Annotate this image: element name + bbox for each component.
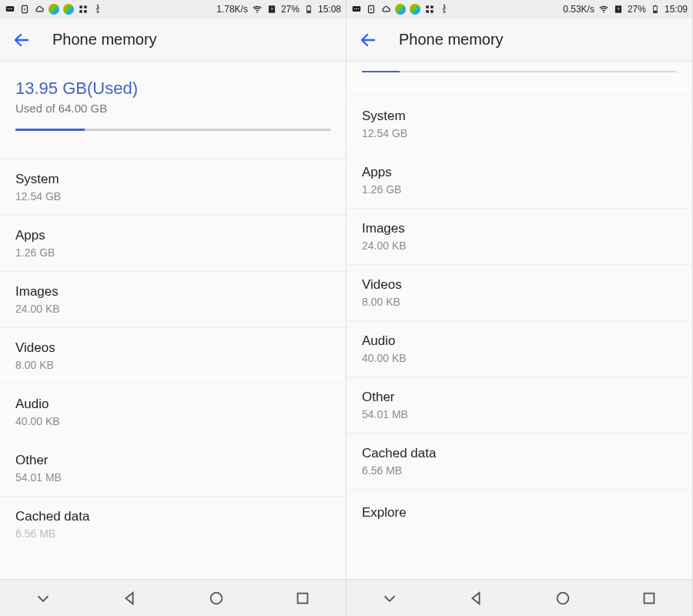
storage-item-system[interactable]: System 12.54 GB [346,95,692,152]
item-label: Apps [15,228,330,243]
item-size: 6.56 MB [362,464,677,477]
item-label: Cached data [362,446,677,461]
svg-point-21 [356,8,357,9]
storage-item-videos[interactable]: Videos 8.00 KB [0,327,346,383]
item-label: Apps [362,165,677,180]
nav-ime-button[interactable] [32,588,54,609]
storage-usage-summary: 13.95 GB(Used) Used of 64.00 GB [0,62,346,139]
sms-icon [5,4,15,15]
app2-icon [63,4,74,15]
storage-item-cached[interactable]: Cached data 6.56 MB [346,433,692,489]
storage-item-other[interactable]: Other 54.01 MB [0,440,346,496]
battery-icon [650,4,661,15]
item-size: 8.00 KB [15,359,330,371]
nav-bar [0,579,346,616]
storage-item-videos[interactable]: Videos 8.00 KB [346,264,692,320]
content-scroll[interactable]: System 12.54 GB Apps 1.26 GB Images 24.0… [346,62,692,579]
page-title: Phone memory [399,31,504,49]
nav-home-button[interactable] [206,588,227,609]
svg-rect-35 [654,11,657,12]
svg-rect-27 [426,10,429,13]
app-bar: Phone memory [346,18,692,62]
nav-back-button[interactable] [465,588,487,609]
storage-item-audio[interactable]: Audio 40.00 KB [346,320,692,377]
item-label: Images [15,284,330,300]
phone-left: ¥ 1.78K/s ? 27% 15:08 Phone memory 13.95… [0,0,346,616]
nav-home-button[interactable] [552,588,574,609]
item-size: 24.00 KB [362,239,677,252]
nav-ime-button[interactable] [379,588,400,609]
back-button[interactable] [12,31,31,49]
svg-point-22 [358,8,359,9]
content-scroll[interactable]: 13.95 GB(Used) Used of 64.00 GB System 1… [0,62,346,579]
svg-point-36 [557,592,568,604]
item-size: 54.01 MB [15,471,330,484]
nav-recents-button[interactable] [292,588,313,609]
clock: 15:09 [665,4,688,15]
storage-item-audio[interactable]: Audio 40.00 KB [0,383,346,440]
grid-icon [424,4,435,15]
svg-rect-16 [307,11,310,12]
item-label: Audio [362,333,677,349]
cloud-icon [380,4,391,15]
svg-point-1 [8,8,8,9]
item-label: Videos [362,277,677,293]
cloud-icon [34,4,45,15]
battery-pct: 27% [628,4,646,15]
svg-rect-9 [84,10,87,13]
storage-item-system[interactable]: System 12.54 GB [0,159,346,215]
item-size: 24.00 KB [15,303,330,315]
storage-item-apps[interactable]: Apps 1.26 GB [346,152,692,208]
item-label: Other [15,453,330,468]
svg-text:¥: ¥ [370,7,373,12]
svg-point-11 [256,12,258,13]
storage-item-cached[interactable]: Cached data 6.56 MB [0,496,346,540]
storage-item-images[interactable]: Images 24.00 KB [0,271,346,327]
storage-item-apps[interactable]: Apps 1.26 GB [0,215,346,271]
wifi-icon [252,4,263,15]
svg-rect-6 [79,5,82,8]
item-label: Cached data [15,509,330,524]
back-button[interactable] [359,31,377,49]
item-size: 8.00 KB [362,296,677,308]
app1-icon [395,4,406,15]
app2-icon [410,4,420,15]
storage-item-images[interactable]: Images 24.00 KB [346,208,692,264]
item-label: Images [362,221,677,236]
app-bar: Phone memory [0,18,346,62]
wifi-icon [598,4,609,15]
status-bar: ¥ 0.53K/s ? 27% 15:09 [346,0,692,18]
svg-rect-15 [308,5,310,6]
svg-rect-37 [644,593,654,603]
status-bar: ¥ 1.78K/s ? 27% 15:08 [0,0,346,18]
item-label: Explore [362,505,677,521]
svg-rect-26 [430,5,434,8]
nav-recents-button[interactable] [638,588,660,609]
item-size: 40.00 KB [362,352,677,364]
storage-total: Used of 64.00 GB [15,102,330,115]
svg-point-2 [9,8,10,9]
item-size: 12.54 GB [362,127,677,139]
clock: 15:08 [318,4,341,15]
svg-text:¥: ¥ [24,7,26,12]
svg-rect-34 [654,5,656,6]
storage-item-other[interactable]: Other 54.01 MB [346,377,692,433]
svg-rect-25 [426,5,429,8]
item-label: Videos [15,340,330,356]
item-size: 54.01 MB [362,408,677,420]
storage-progress [15,129,330,131]
svg-point-29 [444,5,445,6]
storage-used: 13.95 GB(Used) [15,79,330,99]
item-label: Audio [15,397,330,412]
storage-progress [362,71,677,72]
nav-back-button[interactable] [119,588,140,609]
page-title: Phone memory [52,31,157,49]
item-label: Other [362,390,677,405]
net-speed: 1.78K/s [216,4,248,15]
storage-item-explore[interactable]: Explore [346,489,692,536]
usb-icon [439,4,450,15]
item-size: 12.54 GB [15,190,330,203]
battery-icon [303,4,314,15]
item-size: 1.26 GB [15,246,330,259]
sim-icon: ? [266,4,277,15]
